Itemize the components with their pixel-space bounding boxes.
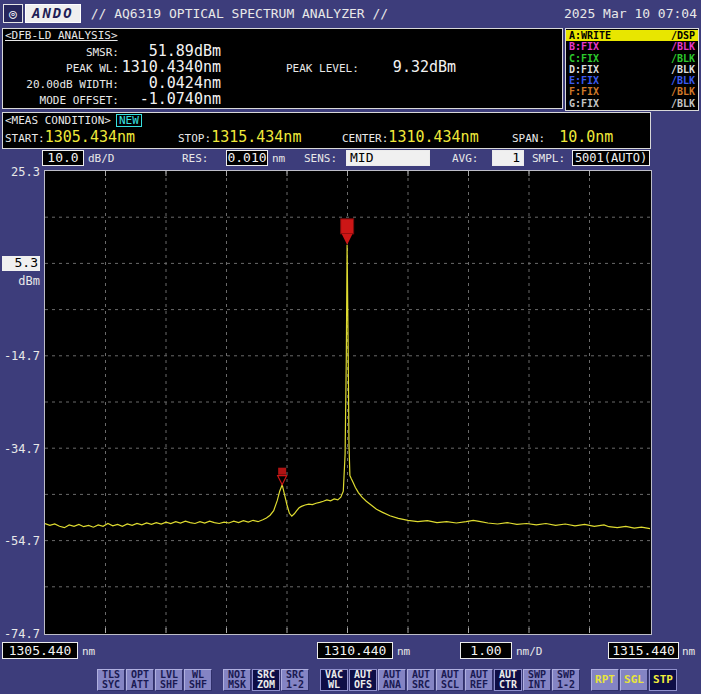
resolution-field[interactable]: 0.010 xyxy=(226,150,268,166)
page-title: // AQ6319 OPTICAL SPECTRUM ANALYZER // xyxy=(91,6,388,21)
dfb-ld-analysis-heading: <DFB-LD ANALYSIS> xyxy=(5,29,118,42)
ando-logo: ANDO xyxy=(25,4,81,23)
trace-mode: /BLK xyxy=(671,53,695,64)
meas-field-label: SPAN: xyxy=(512,132,545,145)
softkey-label-bottom: CTR xyxy=(499,680,517,690)
meas-condition-fields: START:1305.434nmSTOP:1315.434nmCENTER:13… xyxy=(3,128,650,146)
average-field[interactable]: 1 xyxy=(492,150,524,166)
softkey-aut-ana[interactable]: AUTANA xyxy=(378,669,406,691)
trace-name: C:FIX xyxy=(569,53,599,64)
softkey-opt-att[interactable]: OPTATT xyxy=(126,669,154,691)
softkey-label-bottom: SHF xyxy=(160,680,178,690)
softkey-label-bottom: ANA xyxy=(383,680,401,690)
meas-field-stop[interactable]: STOP:1315.434nm xyxy=(178,128,342,146)
meas-field-span[interactable]: SPAN:10.0nm xyxy=(512,128,642,146)
peak-level-label: PEAK LEVEL: xyxy=(286,62,359,75)
softkey-label-bottom: MSK xyxy=(228,680,246,690)
level-scale-unit: dB/D xyxy=(88,152,115,165)
level-scale-field[interactable]: 10.0 xyxy=(42,150,84,166)
meas-field-center[interactable]: CENTER:1310.434nm xyxy=(342,128,512,146)
analysis-row: MODE OFFSET:-1.0740nm xyxy=(3,90,221,106)
y-axis-top-label: 25.3 xyxy=(0,165,40,179)
softkey-aut-ctr[interactable]: AUTCTR xyxy=(494,669,522,691)
analysis-row-value: -1.0740nm xyxy=(119,90,221,108)
meas-field-value: 1315.434nm xyxy=(211,128,301,146)
x-stop-field[interactable]: 1315.440 xyxy=(608,642,679,659)
ando-logo-mark-icon: ◎ xyxy=(3,4,23,23)
trace-mode: /DSP xyxy=(671,30,695,41)
trace-mode: /BLK xyxy=(671,75,695,86)
sampling-field[interactable]: 5001(AUTO) xyxy=(572,150,650,166)
spectrum-plot[interactable] xyxy=(44,170,652,635)
y-axis-label-2: -14.7 xyxy=(0,349,40,363)
dfb-ld-analysis-rows: SMSR:51.89dBmPEAK WL:1310.4340nm20.00dB … xyxy=(3,42,221,106)
softkey-label-bottom: ZOM xyxy=(257,680,275,690)
x-scale-unit: nm/D xyxy=(516,645,543,658)
softkey-aut-src[interactable]: AUTSRC xyxy=(407,669,435,691)
trace-name: A:WRITE xyxy=(569,30,611,41)
softkey-label-bottom: ATT xyxy=(131,680,149,690)
softkey-swp-int[interactable]: SWPINT xyxy=(523,669,551,691)
resolution-label: RES: xyxy=(182,152,209,165)
softkey-vac-wl[interactable]: VACWL xyxy=(320,669,348,691)
meas-field-value: 1305.434nm xyxy=(45,128,135,146)
title-bar: ◎ ANDO // AQ6319 OPTICAL SPECTRUM ANALYZ… xyxy=(0,0,701,26)
softkey-label-bottom: WL xyxy=(328,680,340,690)
resolution-unit: nm xyxy=(272,152,285,165)
trace-row-e[interactable]: E:FIX/BLK xyxy=(566,75,698,86)
meas-field-start[interactable]: START:1305.434nm xyxy=(5,128,178,146)
y-axis-unit: dBm xyxy=(0,274,40,288)
x-scale-field[interactable]: 1.00 xyxy=(460,642,512,659)
trace-name: G:FIX xyxy=(569,98,599,109)
softkey-label-bottom: SHF xyxy=(189,680,207,690)
trace-mode: /BLK xyxy=(671,86,695,97)
x-start-unit: nm xyxy=(82,645,95,658)
trace-row-g[interactable]: G:FIX/BLK xyxy=(566,98,698,109)
y-axis-label-3: -34.7 xyxy=(0,442,40,456)
softkey-lvl-shf[interactable]: LVLSHF xyxy=(155,669,183,691)
softkey-aut-ref[interactable]: AUTREF xyxy=(465,669,493,691)
softkey-aut-scl[interactable]: AUTSCL xyxy=(436,669,464,691)
softkey-label-bottom: SYC xyxy=(102,680,120,690)
sensitivity-field[interactable]: MID xyxy=(346,150,430,166)
dfb-ld-analysis-panel: <DFB-LD ANALYSIS> SMSR:51.89dBmPEAK WL:1… xyxy=(2,28,563,109)
y-axis-label-5: -74.7 xyxy=(0,627,40,641)
meas-field-label: CENTER: xyxy=(342,132,388,145)
trace-name: B:FIX xyxy=(569,41,599,52)
meas-field-label: STOP: xyxy=(178,132,211,145)
softkey-swp-1-2[interactable]: SWP1-2 xyxy=(552,669,580,691)
trace-mode: /BLK xyxy=(671,41,695,52)
softkey-rpt[interactable]: RPT xyxy=(591,669,619,691)
softkey-noi-msk[interactable]: NOIMSK xyxy=(223,669,251,691)
sensitivity-label: SENS: xyxy=(304,152,337,165)
softkey-label-bottom: OFS xyxy=(354,680,372,690)
trace-name: D:FIX xyxy=(569,64,599,75)
analysis-row-label: SMSR: xyxy=(3,46,119,59)
softkey-label-bottom: 1-2 xyxy=(286,680,304,690)
trace-row-a[interactable]: A:WRITE/DSP xyxy=(566,30,698,41)
softkey-wl-shf[interactable]: WLSHF xyxy=(184,669,212,691)
softkey-src-1-2[interactable]: SRC1-2 xyxy=(281,669,309,691)
softkey-src-zom[interactable]: SRCZOM xyxy=(252,669,280,691)
analysis-row-label: MODE OFFSET: xyxy=(3,94,119,107)
softkey-toolbar: TLSSYCOPTATTLVLSHFWLSHFNOIMSKSRCZOMSRC1-… xyxy=(0,668,701,692)
x-start-field[interactable]: 1305.440 xyxy=(2,642,78,659)
x-center-field[interactable]: 1310.440 xyxy=(317,642,393,659)
softkey-tls-syc[interactable]: TLSSYC xyxy=(97,669,125,691)
new-badge: NEW xyxy=(116,114,142,127)
trace-row-b[interactable]: B:FIX/BLK xyxy=(566,41,698,52)
softkey-label-bottom: 1-2 xyxy=(557,680,575,690)
trace-status-panel: A:WRITE/DSPB:FIX/BLKC:FIX/BLKD:FIX/BLKE:… xyxy=(565,28,699,111)
trace-name: F:FIX xyxy=(569,86,599,97)
softkey-stp[interactable]: STP xyxy=(649,669,677,691)
sampling-label: SMPL: xyxy=(532,152,565,165)
trace-row-c[interactable]: C:FIX/BLK xyxy=(566,53,698,64)
softkey-aut-ofs[interactable]: AUTOFS xyxy=(349,669,377,691)
trace-row-f[interactable]: F:FIX/BLK xyxy=(566,86,698,97)
trace-row-d[interactable]: D:FIX/BLK xyxy=(566,64,698,75)
trace-name: E:FIX xyxy=(569,75,599,86)
ref-level-field[interactable]: 5.3 xyxy=(2,256,40,271)
softkey-label-top: SGL xyxy=(624,675,644,685)
softkey-sgl[interactable]: SGL xyxy=(620,669,648,691)
peak-level-readout: PEAK LEVEL: 9.32dBm xyxy=(286,58,456,76)
